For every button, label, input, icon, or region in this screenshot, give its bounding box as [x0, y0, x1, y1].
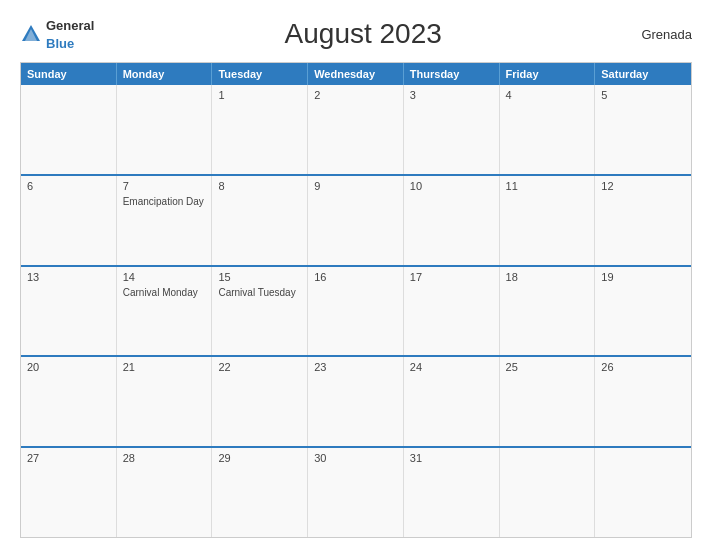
- day-number: 8: [218, 180, 301, 192]
- day-header-saturday: Saturday: [595, 63, 691, 85]
- day-cell: 26: [595, 357, 691, 446]
- calendar-page: General Blue August 2023 Grenada SundayM…: [0, 0, 712, 550]
- day-number: 14: [123, 271, 206, 283]
- day-number: 25: [506, 361, 589, 373]
- day-number: 10: [410, 180, 493, 192]
- weeks-container: 1234567Emancipation Day891011121314Carni…: [21, 85, 691, 537]
- day-cell: 27: [21, 448, 117, 537]
- day-cell: 17: [404, 267, 500, 356]
- day-number: 4: [506, 89, 589, 101]
- day-number: 12: [601, 180, 685, 192]
- day-number: 27: [27, 452, 110, 464]
- day-header-tuesday: Tuesday: [212, 63, 308, 85]
- day-number: 28: [123, 452, 206, 464]
- day-number: 30: [314, 452, 397, 464]
- day-cell: 19: [595, 267, 691, 356]
- calendar-title: August 2023: [94, 18, 632, 50]
- day-cell: 29: [212, 448, 308, 537]
- day-number: 11: [506, 180, 589, 192]
- day-cell: 1: [212, 85, 308, 174]
- day-cell: 4: [500, 85, 596, 174]
- calendar-grid: SundayMondayTuesdayWednesdayThursdayFrid…: [20, 62, 692, 538]
- day-cell: 13: [21, 267, 117, 356]
- day-cell: 24: [404, 357, 500, 446]
- day-cell: 30: [308, 448, 404, 537]
- day-cell: 10: [404, 176, 500, 265]
- day-number: 29: [218, 452, 301, 464]
- day-cell: [21, 85, 117, 174]
- week-row-2: 67Emancipation Day89101112: [21, 174, 691, 265]
- day-cell: 12: [595, 176, 691, 265]
- day-number: 6: [27, 180, 110, 192]
- day-cell: 23: [308, 357, 404, 446]
- week-row-4: 20212223242526: [21, 355, 691, 446]
- day-cell: 7Emancipation Day: [117, 176, 213, 265]
- day-cell: 18: [500, 267, 596, 356]
- day-number: 23: [314, 361, 397, 373]
- day-cell: 22: [212, 357, 308, 446]
- day-number: 3: [410, 89, 493, 101]
- day-headers-row: SundayMondayTuesdayWednesdayThursdayFrid…: [21, 63, 691, 85]
- day-number: 2: [314, 89, 397, 101]
- day-cell: 6: [21, 176, 117, 265]
- day-cell: 8: [212, 176, 308, 265]
- event-label: Emancipation Day: [123, 195, 206, 208]
- day-header-friday: Friday: [500, 63, 596, 85]
- day-number: 13: [27, 271, 110, 283]
- day-header-monday: Monday: [117, 63, 213, 85]
- day-cell: 9: [308, 176, 404, 265]
- day-cell: 16: [308, 267, 404, 356]
- event-label: Carnival Tuesday: [218, 286, 301, 299]
- day-number: 20: [27, 361, 110, 373]
- day-number: 7: [123, 180, 206, 192]
- day-cell: [595, 448, 691, 537]
- day-cell: 21: [117, 357, 213, 446]
- day-number: 1: [218, 89, 301, 101]
- day-header-sunday: Sunday: [21, 63, 117, 85]
- day-number: 18: [506, 271, 589, 283]
- day-cell: 5: [595, 85, 691, 174]
- logo-text: General Blue: [46, 16, 94, 52]
- day-number: 22: [218, 361, 301, 373]
- day-cell: [117, 85, 213, 174]
- country-name: Grenada: [632, 27, 692, 42]
- logo: General Blue: [20, 16, 94, 52]
- day-cell: 25: [500, 357, 596, 446]
- day-cell: 20: [21, 357, 117, 446]
- day-header-thursday: Thursday: [404, 63, 500, 85]
- day-number: 5: [601, 89, 685, 101]
- day-number: 26: [601, 361, 685, 373]
- day-cell: 2: [308, 85, 404, 174]
- day-cell: 15Carnival Tuesday: [212, 267, 308, 356]
- calendar-header: General Blue August 2023 Grenada: [20, 16, 692, 52]
- event-label: Carnival Monday: [123, 286, 206, 299]
- day-number: 17: [410, 271, 493, 283]
- week-row-5: 2728293031: [21, 446, 691, 537]
- day-number: 24: [410, 361, 493, 373]
- day-number: 21: [123, 361, 206, 373]
- day-number: 15: [218, 271, 301, 283]
- week-row-1: 12345: [21, 85, 691, 174]
- day-cell: 31: [404, 448, 500, 537]
- day-number: 19: [601, 271, 685, 283]
- day-number: 9: [314, 180, 397, 192]
- day-cell: 14Carnival Monday: [117, 267, 213, 356]
- day-number: 31: [410, 452, 493, 464]
- day-header-wednesday: Wednesday: [308, 63, 404, 85]
- day-cell: 3: [404, 85, 500, 174]
- week-row-3: 1314Carnival Monday15Carnival Tuesday161…: [21, 265, 691, 356]
- day-number: 16: [314, 271, 397, 283]
- logo-icon: [20, 23, 42, 45]
- day-cell: [500, 448, 596, 537]
- day-cell: 11: [500, 176, 596, 265]
- day-cell: 28: [117, 448, 213, 537]
